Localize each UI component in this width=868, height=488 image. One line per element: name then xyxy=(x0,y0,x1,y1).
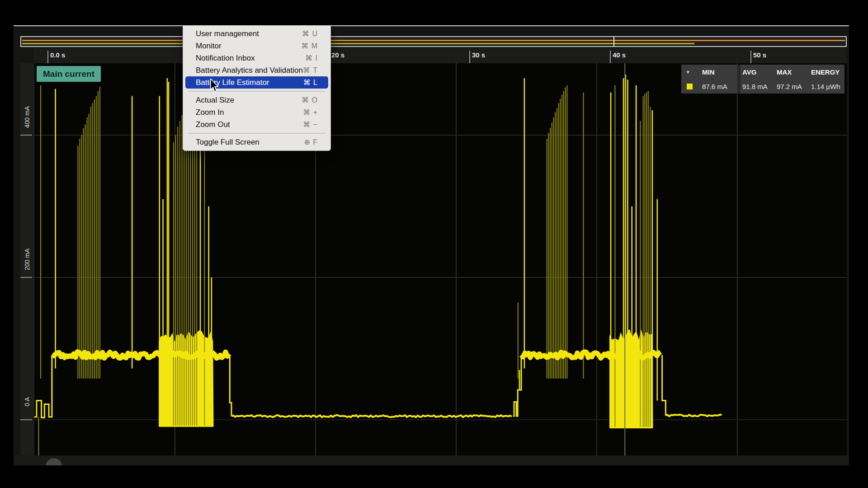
screen: 0.0 s10 s20 s30 s40 s50 s 0 A200 mA400 m… xyxy=(0,0,868,488)
menu-item-monitor[interactable]: Monitor⌘ M xyxy=(185,40,328,52)
stats-header-avg: AVG xyxy=(742,68,756,76)
chevron-down-icon[interactable]: ▾ xyxy=(687,69,689,75)
menu-shortcut: ⌘ M xyxy=(301,42,318,50)
overview-position-marker[interactable] xyxy=(613,37,614,46)
trace-step xyxy=(513,355,521,416)
view-dropdown-menu: User management⌘ UMonitor⌘ MNotification… xyxy=(183,25,331,151)
command-icon: ⌘ xyxy=(302,30,310,38)
time-tick-label: 30 s xyxy=(472,51,485,59)
time-tick xyxy=(47,51,48,63)
stats-header-energy: ENERGY xyxy=(811,68,840,76)
menu-item-actual-size[interactable]: Actual Size⌘ O xyxy=(185,94,328,106)
command-icon: ⌘ xyxy=(301,42,309,50)
menu-item-label: Battery Analytics and Validation xyxy=(196,66,303,75)
menu-item-label: Monitor xyxy=(196,42,222,51)
trace-step xyxy=(662,355,666,416)
current-trace-chart[interactable] xyxy=(34,63,847,455)
stats-header-min: MIN xyxy=(702,68,715,76)
time-tick xyxy=(610,51,611,63)
trace-step xyxy=(230,355,231,416)
current-axis[interactable]: 0 A200 mA400 mA xyxy=(20,63,34,455)
menu-shortcut: ⌘ T xyxy=(303,66,318,75)
menu-shortcut: ⌘ − xyxy=(303,120,318,129)
menu-shortcut: ⌘ I xyxy=(305,54,318,62)
menu-item-label: Actual Size xyxy=(196,96,234,105)
trace-step xyxy=(34,355,52,418)
time-ruler[interactable]: 0.0 s10 s20 s30 s40 s50 s xyxy=(34,48,847,63)
menu-item-label: Zoom Out xyxy=(196,120,230,129)
time-tick xyxy=(469,51,470,63)
menu-item-battery-life-estimator[interactable]: Battery Life Estimator⌘ L xyxy=(185,76,328,89)
overview-current-trace xyxy=(22,43,694,44)
command-icon: ⌘ xyxy=(303,121,311,128)
time-tick-label: 0.0 s xyxy=(50,51,65,59)
time-tick-label: 40 s xyxy=(613,51,626,59)
menu-shortcut: ⌘ + xyxy=(303,108,318,117)
window-top-border xyxy=(14,25,849,26)
menu-item-label: Zoom In xyxy=(196,108,224,117)
menu-item-label: Battery Life Estimator xyxy=(196,78,269,87)
measurement-stats-table[interactable]: ▾MIN87.6 mAAVG91.8 mAMAX97.2 mAENERGY1.1… xyxy=(681,65,844,94)
menu-item-toggle-full-screen[interactable]: Toggle Full Screen⊕ F xyxy=(185,136,328,148)
menu-item-label: Notification Inbox xyxy=(196,54,255,63)
time-tick xyxy=(750,51,751,63)
menu-item-notification-inbox[interactable]: Notification Inbox⌘ I xyxy=(185,52,328,64)
current-tick-label: 200 mA xyxy=(24,241,31,277)
menu-separator xyxy=(189,133,325,134)
menu-item-label: Toggle Full Screen xyxy=(196,138,259,147)
stats-value-avg: 91.8 mA xyxy=(742,83,768,90)
globe-icon: ⊕ xyxy=(304,138,310,146)
menu-shortcut: ⌘ O xyxy=(302,96,318,104)
command-icon: ⌘ xyxy=(303,108,311,116)
app-window: 0.0 s10 s20 s30 s40 s50 s 0 A200 mA400 m… xyxy=(14,25,849,465)
recording-overview-bar[interactable] xyxy=(20,36,847,47)
trace-segment xyxy=(231,415,512,418)
menu-shortcut: ⌘ L xyxy=(303,78,318,87)
menu-separator xyxy=(189,91,325,92)
command-icon: ⌘ xyxy=(303,79,311,86)
stats-value-energy: 1.14 µWh xyxy=(811,83,840,90)
command-icon: ⌘ xyxy=(303,66,311,74)
menu-shortcut: ⌘ U xyxy=(302,29,318,38)
channel-badge-main-current[interactable]: Main current xyxy=(37,66,101,82)
stats-value-min: 87.6 mA xyxy=(702,83,727,90)
command-icon: ⌘ xyxy=(305,54,313,62)
menu-item-zoom-in[interactable]: Zoom In⌘ + xyxy=(185,106,328,118)
menu-item-zoom-out[interactable]: Zoom Out⌘ − xyxy=(185,118,328,131)
stats-value-max: 97.2 mA xyxy=(777,83,802,90)
menu-item-battery-analytics-and-validation[interactable]: Battery Analytics and Validation⌘ T xyxy=(185,64,328,76)
trace-color-swatch xyxy=(687,84,693,89)
trace-segment xyxy=(521,352,660,358)
current-tick-label: 0 A xyxy=(24,384,31,420)
bottom-strip xyxy=(14,455,849,465)
time-tick-label: 50 s xyxy=(753,51,766,59)
menu-item-label: User management xyxy=(196,29,259,38)
stats-header-max: MAX xyxy=(777,68,792,76)
time-tick-label: 20 s xyxy=(331,51,344,59)
stats-divider xyxy=(737,65,741,94)
current-tick-label: 400 mA xyxy=(24,99,31,135)
menu-item-user-management[interactable]: User management⌘ U xyxy=(185,28,328,40)
menu-shortcut: ⊕ F xyxy=(304,138,318,146)
trace-segment xyxy=(665,415,722,417)
overview-voltage-trace xyxy=(22,40,845,41)
command-icon: ⌘ xyxy=(302,96,309,104)
trace-svg xyxy=(34,63,847,455)
